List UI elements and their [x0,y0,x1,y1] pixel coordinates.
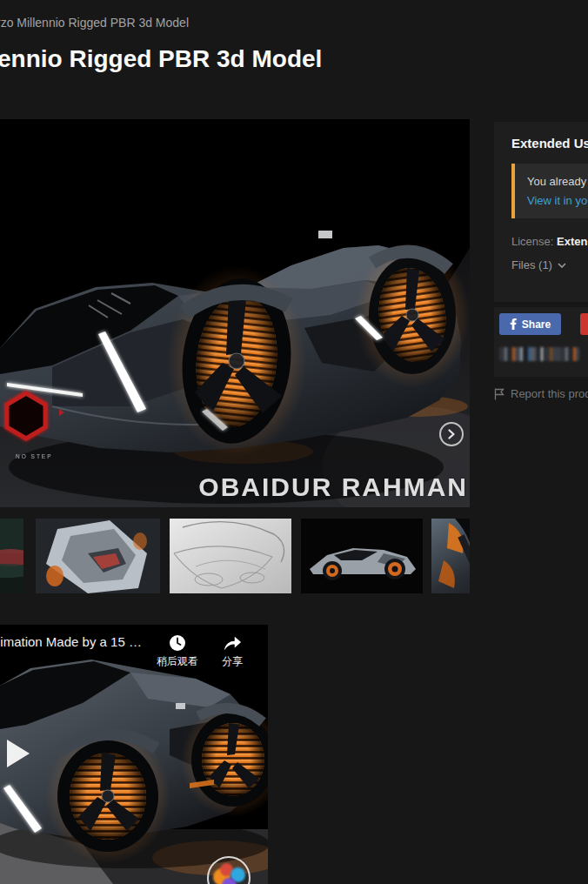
purchase-notice: You already View it in you [511,164,588,218]
artist-watermark: OBAIDUR RAHMAN [198,472,468,502]
video-share-label: 分享 [222,654,243,669]
files-toggle[interactable]: Files (1) [511,258,588,271]
video-player[interactable]: nimation Made by a 15 … 稍后观看 分享 [0,625,268,884]
license-panel-title: Extended Us [511,136,588,151]
page-title: ennio Rigged PBR 3d Model [0,45,322,73]
no-step-decal: NO STEP [16,453,53,459]
share-arrow-icon [223,634,242,652]
thumbnail-3[interactable] [170,519,291,593]
clock-icon [169,634,186,652]
blurred-share-row [499,347,579,361]
license-value: Extende [557,235,588,248]
car-render: NO STEP [0,119,470,507]
thumbnail-strip [0,519,470,593]
view-purchases-link[interactable]: View it in you [527,194,588,207]
thumbnail-2[interactable] [36,519,160,593]
thumbnail-4[interactable] [301,519,423,593]
product-main-image[interactable]: NO STEP OBAIDUR RAHMAN [0,119,470,507]
watch-later-label: 稍后观看 [157,654,198,669]
thumbnail-1[interactable] [0,519,23,593]
breadcrumb[interactable]: rzo Millennio Rigged PBR 3d Model [0,16,189,30]
play-icon[interactable] [7,740,30,767]
report-label: Report this produc [511,387,588,400]
files-label: Files (1) [511,258,552,271]
thumbnail-5[interactable] [431,519,470,593]
facebook-share-label: Share [522,318,551,331]
gallery-next-button[interactable] [439,422,464,446]
video-title[interactable]: nimation Made by a 15 … [0,634,142,649]
license-label: License: [511,235,553,248]
watch-later-button[interactable]: 稍后观看 [155,634,200,669]
facebook-icon [510,318,518,331]
pinterest-save-button[interactable] [580,313,588,335]
notice-text: You already [527,175,588,188]
license-panel: Extended Us You already View it in you L… [494,122,588,302]
page: rzo Millennio Rigged PBR 3d Model ennio … [0,0,588,884]
license-row: License: Extende [511,235,588,248]
chevron-down-icon [558,263,566,268]
flag-icon [494,388,504,400]
facebook-share-button[interactable]: Share [499,313,561,335]
chevron-right-icon [446,429,457,439]
video-share-button[interactable]: 分享 [212,634,252,669]
report-product-link[interactable]: Report this produc [494,387,588,400]
